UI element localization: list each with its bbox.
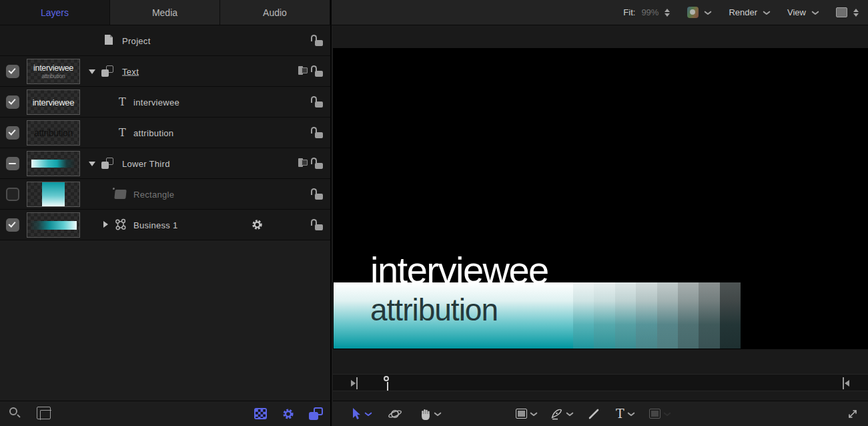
channel-chevron-icon[interactable] <box>705 11 711 15</box>
mask-tool-icon <box>649 409 661 419</box>
render-chevron-icon[interactable] <box>763 11 770 15</box>
unlock-icon[interactable] <box>311 96 323 108</box>
rectangle-tool-chevron-icon[interactable] <box>530 412 537 416</box>
layers-panel-footer <box>0 401 330 426</box>
pan-tool-chevron-icon[interactable] <box>434 412 441 416</box>
show-behaviors-toggle-icon[interactable] <box>282 407 295 421</box>
layer-name[interactable]: Lower Third <box>122 158 170 168</box>
top-bar: Layers Media Audio Fit: 99% Render View <box>0 0 868 25</box>
layer-name[interactable]: Business 1 <box>133 220 178 230</box>
visibility-checkbox-mixed[interactable] <box>6 157 19 170</box>
layer-row-interviewee[interactable]: interviewee T interviewee <box>0 87 330 118</box>
disclosure-triangle-collapsed-icon[interactable] <box>103 221 108 228</box>
thumb-gradient-rect <box>42 182 65 206</box>
layer-thumbnail[interactable] <box>27 212 80 238</box>
view-chevron-icon[interactable] <box>812 11 819 15</box>
layer-row-business-1[interactable]: Business 1 <box>0 210 330 240</box>
viewer-toolbar: Fit: 99% Render View <box>332 0 868 25</box>
blend-mode-badge-icon[interactable] <box>298 158 309 168</box>
playhead-icon[interactable] <box>384 376 390 391</box>
canvas[interactable]: interviewee attribution <box>333 48 868 349</box>
rectangle-tool[interactable] <box>516 409 537 419</box>
bezier-tool[interactable] <box>550 407 573 420</box>
mask-tool[interactable] <box>649 409 671 419</box>
unlock-icon[interactable] <box>311 188 323 200</box>
show-layers-toggle-icon[interactable] <box>309 407 323 420</box>
disclosure-triangle-icon[interactable] <box>89 69 95 74</box>
tab-media[interactable]: Media <box>110 0 220 25</box>
thumb-gradient-bar <box>30 221 77 230</box>
motion-app-window: Layers Media Audio Fit: 99% Render View <box>0 0 868 426</box>
thumb-text: attribution <box>41 73 65 79</box>
render-menu[interactable]: Render <box>729 7 757 17</box>
show-masks-toggle-icon[interactable] <box>254 408 267 419</box>
zoom-value[interactable]: 99% <box>641 7 659 17</box>
text-tool-icon: T <box>616 407 624 420</box>
fit-label: Fit: <box>623 7 635 17</box>
pan-tool[interactable] <box>420 408 441 420</box>
layer-thumbnail[interactable] <box>27 182 80 207</box>
unlock-icon[interactable] <box>311 219 323 230</box>
mini-timeline[interactable] <box>333 374 868 391</box>
canvas-toolbar: T <box>333 401 868 426</box>
tab-audio[interactable]: Audio <box>220 0 330 25</box>
zoom-stepper[interactable] <box>665 9 670 17</box>
layer-name[interactable]: Text <box>122 66 139 76</box>
layer-thumbnail[interactable]: interviewee attribution <box>27 59 80 84</box>
canvas-subtitle-text[interactable]: attribution <box>370 292 498 328</box>
visibility-checkbox-unchecked[interactable] <box>6 188 19 201</box>
blend-mode-badge-icon[interactable] <box>298 66 309 76</box>
search-icon[interactable] <box>9 407 21 419</box>
unlock-icon[interactable] <box>311 158 323 169</box>
layer-name[interactable]: interviewee <box>133 97 179 107</box>
layer-row-lower-third[interactable]: Lower Third <box>0 148 330 179</box>
channel-swatch-icon[interactable] <box>687 7 699 18</box>
text-tool-chevron-icon[interactable] <box>628 412 634 416</box>
layer-name[interactable]: Project <box>122 35 151 45</box>
layer-row-project[interactable]: Project <box>0 25 330 56</box>
canvas-viewer: interviewee attribution <box>333 25 868 426</box>
window-layout-stepper[interactable] <box>853 9 859 17</box>
thumb-text: interviewee <box>33 64 73 73</box>
unlock-icon[interactable] <box>311 35 323 46</box>
thumbnail-display-icon[interactable] <box>37 407 51 419</box>
text-layer-icon: T <box>119 126 126 139</box>
layer-thumbnail[interactable] <box>27 151 80 176</box>
pen-icon <box>550 407 563 420</box>
select-tool[interactable] <box>352 408 372 420</box>
window-layout-icon[interactable] <box>836 7 847 17</box>
panel-tabs: Layers Media Audio <box>0 0 332 25</box>
layers-panel: Project interviewee attribution Text int… <box>0 25 332 426</box>
gear-icon[interactable] <box>251 218 264 231</box>
layer-row-rectangle[interactable]: Rectangle <box>0 179 330 210</box>
text-layer-icon: T <box>119 95 126 108</box>
group-icon <box>101 65 113 77</box>
visibility-checkbox[interactable] <box>6 218 19 232</box>
visibility-checkbox[interactable] <box>6 65 19 78</box>
paint-stroke-tool[interactable] <box>588 408 600 420</box>
select-tool-chevron-icon[interactable] <box>365 412 372 416</box>
thumb-text: attribution <box>34 128 73 138</box>
rectangle-tool-icon <box>516 409 527 419</box>
layer-name[interactable]: attribution <box>133 128 173 138</box>
transform-3d-tool[interactable] <box>388 407 402 421</box>
expand-viewer-icon[interactable] <box>847 408 859 420</box>
tab-layers[interactable]: Layers <box>0 0 110 25</box>
group-icon <box>101 158 113 169</box>
thumb-text: interviewee <box>33 97 74 108</box>
visibility-checkbox[interactable] <box>6 126 19 140</box>
in-point-marker-icon[interactable] <box>351 377 358 389</box>
out-point-marker-icon[interactable] <box>843 377 849 389</box>
layer-name[interactable]: Rectangle <box>133 189 174 199</box>
layer-thumbnail[interactable]: interviewee <box>27 89 80 115</box>
unlock-icon[interactable] <box>311 65 323 77</box>
bezier-tool-chevron-icon[interactable] <box>566 412 573 416</box>
text-tool[interactable]: T <box>616 407 634 420</box>
unlock-icon[interactable] <box>311 127 323 138</box>
layer-thumbnail[interactable]: attribution <box>27 120 80 146</box>
layer-row-attribution[interactable]: attribution T attribution <box>0 118 330 148</box>
view-menu[interactable]: View <box>787 7 806 17</box>
disclosure-triangle-icon[interactable] <box>89 162 95 166</box>
visibility-checkbox[interactable] <box>6 95 19 109</box>
layer-row-text-group[interactable]: interviewee attribution Text <box>0 56 330 87</box>
